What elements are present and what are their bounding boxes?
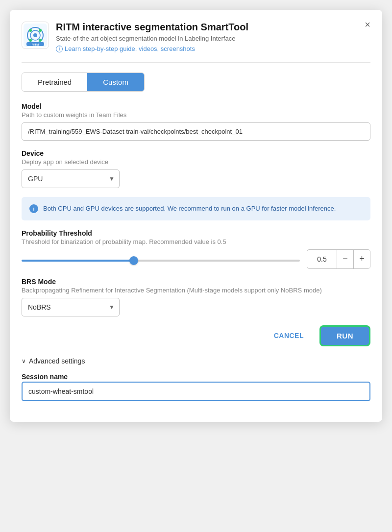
info-box-icon: i (29, 204, 38, 213)
app-icon: RITM (22, 22, 49, 49)
brs-field-group: BRS Mode Backpropagating Refinement for … (22, 278, 370, 316)
device-select-wrapper: GPU CPU ▼ (22, 169, 120, 188)
learn-link[interactable]: i Learn step-by-step guide, videos, scre… (56, 45, 248, 52)
number-input-group: − + (307, 249, 370, 269)
chevron-down-icon: ∨ (22, 358, 26, 364)
brs-label: BRS Mode (22, 278, 370, 286)
svg-point-7 (39, 39, 42, 42)
device-label: Device (22, 149, 370, 157)
device-select[interactable]: GPU CPU (22, 169, 120, 188)
session-input-wrapper (22, 382, 370, 401)
svg-point-5 (39, 29, 42, 32)
info-icon: i (56, 46, 63, 52)
modal-container: × RITM RITM interactive segmentatio (10, 10, 382, 422)
brs-select-wrapper: NoBRS BRS f-BRS-A f-BRS-B f-BRS-C ▼ (22, 298, 120, 316)
model-field-group: Model Path to custom weights in Team Fil… (22, 102, 370, 141)
header-divider (22, 62, 370, 63)
probability-slider[interactable] (22, 260, 300, 262)
probability-field-group: Probability Threshold Threshold for bina… (22, 229, 370, 269)
advanced-toggle-button[interactable]: ∨ Advanced settings (22, 357, 85, 365)
actions-row: CANCEL RUN (22, 325, 370, 346)
svg-point-3 (33, 33, 37, 37)
device-field-group: Device Deploy app on selected device GPU… (22, 149, 370, 188)
probability-number-input[interactable] (307, 251, 337, 267)
model-label: Model (22, 102, 370, 110)
session-field-group: Session name (22, 373, 370, 401)
close-button[interactable]: × (361, 18, 374, 31)
advanced-toggle-label: Advanced settings (29, 357, 85, 365)
svg-point-4 (29, 29, 32, 32)
tab-group: Pretrained Custom (22, 73, 145, 92)
svg-text:RITM: RITM (32, 43, 39, 46)
model-input[interactable] (22, 122, 370, 141)
probability-decrement-button[interactable]: − (337, 250, 353, 268)
tab-pretrained[interactable]: Pretrained (22, 73, 87, 91)
modal-subtitle: State-of-the art object segmentation mod… (56, 35, 248, 42)
device-desc: Deploy app on selected device (22, 158, 370, 166)
modal-title: RITM interactive segmentation SmartTool (56, 22, 248, 33)
slider-row: − + (22, 249, 370, 269)
tab-custom[interactable]: Custom (87, 73, 144, 91)
modal-header: RITM RITM interactive segmentation Smart… (22, 22, 370, 52)
brs-desc: Backpropagating Refinement for Interacti… (22, 287, 370, 294)
learn-link-text: Learn step-by-step guide, videos, screen… (65, 45, 195, 52)
slider-container (22, 255, 300, 264)
session-label: Session name (22, 373, 370, 381)
session-name-input[interactable] (23, 383, 369, 400)
probability-increment-button[interactable]: + (353, 250, 370, 268)
cancel-button[interactable]: CANCEL (264, 327, 314, 344)
svg-point-6 (29, 39, 32, 42)
info-box-text: Both CPU and GPU devices are supported. … (43, 204, 336, 214)
header-text: RITM interactive segmentation SmartTool … (56, 22, 248, 52)
brs-select[interactable]: NoBRS BRS f-BRS-A f-BRS-B f-BRS-C (22, 298, 120, 316)
probability-desc: Threshold for binarization of probabilit… (22, 238, 370, 245)
probability-label: Probability Threshold (22, 229, 370, 237)
run-button[interactable]: RUN (319, 325, 370, 346)
model-desc: Path to custom weights in Team Files (22, 111, 370, 119)
info-box: i Both CPU and GPU devices are supported… (22, 197, 370, 220)
